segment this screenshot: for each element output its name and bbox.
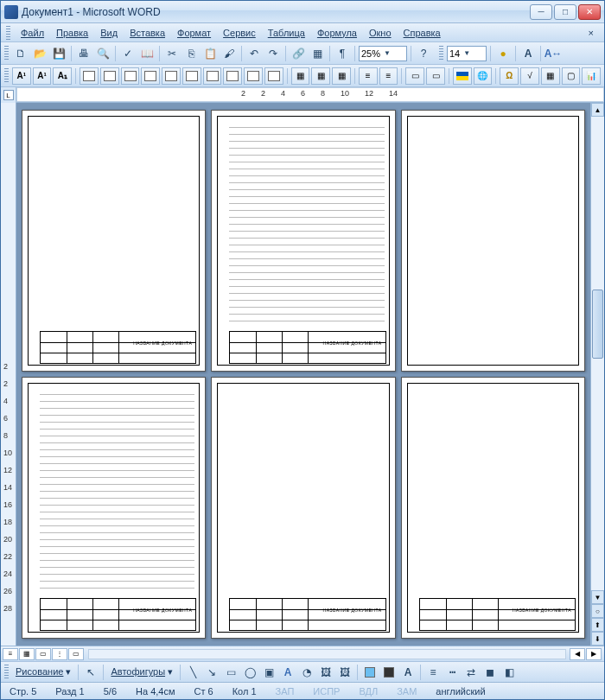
menu-tools[interactable]: Сервис xyxy=(218,26,261,40)
menu-file[interactable]: Файл xyxy=(16,26,49,40)
horizontal-scrollbar[interactable] xyxy=(88,649,566,659)
help-icon[interactable]: ? xyxy=(415,45,432,62)
undo-icon[interactable]: ↶ xyxy=(245,45,263,62)
outline-view-icon[interactable]: ⋮ xyxy=(52,648,67,660)
reading-view-icon[interactable]: ▭ xyxy=(68,648,84,660)
fill-color-icon[interactable] xyxy=(361,664,379,681)
copy-icon[interactable]: ⎘ xyxy=(182,45,200,62)
object-icon[interactable]: ▢ xyxy=(562,67,581,85)
frame-type-4[interactable] xyxy=(141,67,160,85)
table-btn-3[interactable]: ▦ xyxy=(332,67,351,85)
autoshapes-menu[interactable]: Автофигуры ▾ xyxy=(107,665,176,679)
frame-type-6[interactable] xyxy=(182,67,201,85)
line-color-icon[interactable] xyxy=(380,664,398,681)
print-view-icon[interactable]: ▭ xyxy=(35,648,51,660)
select-objects-icon[interactable]: ↖ xyxy=(82,664,99,681)
menu-insert[interactable]: Вставка xyxy=(124,26,170,40)
cut-icon[interactable]: ✂ xyxy=(163,45,181,62)
list-btn-2[interactable]: ≡ xyxy=(379,67,398,85)
matrix-icon[interactable]: ▦ xyxy=(541,67,560,85)
minimize-button[interactable]: ─ xyxy=(530,4,552,20)
shadow-icon[interactable]: ◼ xyxy=(481,664,499,681)
horizontal-ruler[interactable]: 2 2 4 6 8 10 12 14 xyxy=(16,87,604,102)
lang-btn[interactable]: 🌐 xyxy=(474,67,493,85)
frame-type-7[interactable] xyxy=(203,67,222,85)
highlight-icon[interactable]: ● xyxy=(494,45,512,62)
oval-icon[interactable]: ◯ xyxy=(241,664,258,681)
equation-icon[interactable]: √ xyxy=(520,67,539,85)
frame-type-2[interactable] xyxy=(100,67,119,85)
rectangle-icon[interactable]: ▭ xyxy=(222,664,239,681)
research-icon[interactable]: 📖 xyxy=(138,45,156,62)
frame-type-5[interactable] xyxy=(162,67,181,85)
subscript-btn[interactable]: A₁ xyxy=(53,67,72,85)
frame-type-10[interactable] xyxy=(264,67,283,85)
page-btn-1[interactable]: ▭ xyxy=(405,67,424,85)
page-3[interactable] xyxy=(401,110,585,372)
menu-edit[interactable]: Правка xyxy=(51,26,93,40)
status-ovr[interactable]: ЗАМ xyxy=(392,686,422,697)
status-language[interactable]: английский xyxy=(430,686,490,697)
toolbar-grip[interactable] xyxy=(4,68,9,84)
normal-view-icon[interactable]: ≡ xyxy=(3,648,18,660)
diagram-icon[interactable]: ◔ xyxy=(298,664,315,681)
menu-formula[interactable]: Формула xyxy=(312,26,362,40)
save-icon[interactable]: 💾 xyxy=(50,45,67,62)
scroll-right-icon[interactable]: ▶ xyxy=(586,648,602,660)
page-5[interactable]: НАЗВАНИЕ ДОКУМЕНТА xyxy=(211,377,395,639)
clipart-icon[interactable]: 🖼 xyxy=(317,664,334,681)
prev-page-icon[interactable]: ⬆ xyxy=(591,618,604,632)
frame-type-3[interactable] xyxy=(121,67,140,85)
arrow-icon[interactable]: ↘ xyxy=(203,664,220,681)
status-trk[interactable]: ИСПР xyxy=(308,686,345,697)
tables-borders-icon[interactable]: ▦ xyxy=(309,45,326,62)
drawing-menu[interactable]: Рисование ▾ xyxy=(12,665,74,679)
new-doc-icon[interactable]: 🗋 xyxy=(12,45,29,62)
arrow-style-icon[interactable]: ⇄ xyxy=(462,664,480,681)
toolbar-grip[interactable] xyxy=(4,665,9,680)
table-btn-1[interactable]: ▦ xyxy=(291,67,310,85)
omega-icon[interactable]: Ω xyxy=(500,67,519,85)
dash-style-icon[interactable]: ┅ xyxy=(443,664,461,681)
redo-icon[interactable]: ↷ xyxy=(264,45,282,62)
superscript-btn[interactable]: A¹ xyxy=(12,67,31,85)
line-style-icon[interactable]: ≡ xyxy=(424,664,442,681)
open-icon[interactable]: 📂 xyxy=(31,45,48,62)
3d-icon[interactable]: ◧ xyxy=(500,664,518,681)
paste-icon[interactable]: 📋 xyxy=(201,45,219,62)
page-2[interactable]: НАЗВАНИЕ ДОКУМЕНТА xyxy=(211,110,395,372)
textbox-icon[interactable]: ▣ xyxy=(260,664,277,681)
normal-btn[interactable]: A¹ xyxy=(33,67,52,85)
print-preview-icon[interactable]: 🔍 xyxy=(94,45,111,62)
list-btn-1[interactable]: ≡ xyxy=(359,67,378,85)
menu-close-doc[interactable]: × xyxy=(583,26,599,40)
next-page-icon[interactable]: ⬇ xyxy=(591,632,604,646)
vertical-ruler[interactable]: 2 2 4 6 8 10 12 14 16 18 20 22 24 26 28 xyxy=(1,103,16,646)
status-rec[interactable]: ЗАП xyxy=(271,686,300,697)
scroll-track[interactable] xyxy=(591,117,604,590)
char-scaling-icon[interactable]: A↔ xyxy=(544,45,562,62)
toolbar-grip-2[interactable] xyxy=(439,46,443,61)
toolbar-grip[interactable] xyxy=(4,46,9,61)
font-color-draw-icon[interactable]: A xyxy=(399,664,417,681)
font-size-combo[interactable]: 14 ▼ xyxy=(447,46,487,61)
menu-window[interactable]: Окно xyxy=(364,26,397,40)
font-color-icon[interactable]: A xyxy=(519,45,537,62)
page-1[interactable]: НАЗВАНИЕ ДОКУМЕНТА xyxy=(22,110,206,372)
maximize-button[interactable]: □ xyxy=(554,4,576,20)
frame-type-9[interactable] xyxy=(244,67,263,85)
print-icon[interactable]: 🖶 xyxy=(75,45,92,62)
wordart-icon[interactable]: A xyxy=(279,664,296,681)
scroll-thumb[interactable] xyxy=(592,290,603,359)
menu-view[interactable]: Вид xyxy=(95,26,123,40)
vertical-scrollbar[interactable]: ▲ ▼ ○ ⬆ ⬇ xyxy=(590,103,604,646)
menu-help[interactable]: Справка xyxy=(398,26,446,40)
tab-selector[interactable]: L xyxy=(1,87,16,103)
page-4[interactable]: НАЗВАНИЕ ДОКУМЕНТА xyxy=(22,377,206,639)
chart-icon[interactable]: 📊 xyxy=(582,67,601,85)
zoom-combo[interactable]: 25% ▼ xyxy=(359,46,407,61)
browse-object-icon[interactable]: ○ xyxy=(591,604,604,618)
menubar-grip[interactable] xyxy=(6,26,10,40)
table-btn-2[interactable]: ▦ xyxy=(311,67,330,85)
page-btn-2[interactable]: ▭ xyxy=(426,67,445,85)
